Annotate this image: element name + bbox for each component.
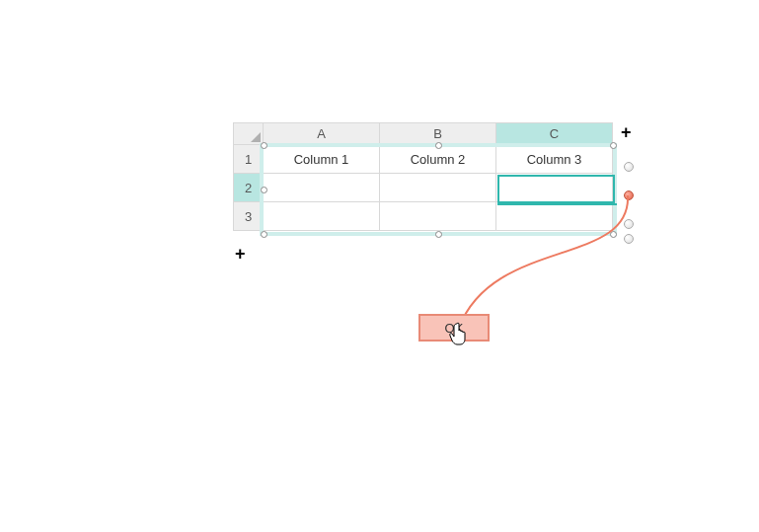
spreadsheet-grid: A B C 1 Column 1 Column 2 Column 3 2 3 xyxy=(233,122,613,231)
row-knob[interactable] xyxy=(624,234,634,244)
ok-button-label: OK xyxy=(445,321,464,336)
cell-b1[interactable]: Column 2 xyxy=(380,145,496,174)
row-knob[interactable] xyxy=(624,162,634,172)
cell-a1[interactable]: Column 1 xyxy=(264,145,380,174)
column-header-a[interactable]: A xyxy=(264,123,380,145)
row-knob[interactable] xyxy=(624,219,634,229)
selection-handle[interactable] xyxy=(610,231,617,238)
plus-icon[interactable]: + xyxy=(621,122,632,143)
row-header-1[interactable]: 1 xyxy=(234,145,264,174)
ok-button[interactable]: OK xyxy=(418,314,490,342)
cell-a2[interactable] xyxy=(264,174,380,202)
column-header-b[interactable]: B xyxy=(380,123,496,145)
cell-b3[interactable] xyxy=(380,202,496,231)
plus-icon[interactable]: + xyxy=(235,244,246,265)
row-knob-active[interactable] xyxy=(624,190,634,200)
row-header-3[interactable]: 3 xyxy=(234,202,264,231)
cell-a3[interactable] xyxy=(264,202,380,231)
row-header-2[interactable]: 2 xyxy=(234,174,264,202)
cell-c1[interactable]: Column 3 xyxy=(496,145,613,174)
connector-curve xyxy=(0,0,759,532)
cell-c2[interactable] xyxy=(496,174,613,202)
column-header-c[interactable]: C xyxy=(496,123,613,145)
selection-handle[interactable] xyxy=(261,231,267,238)
selection-handle[interactable] xyxy=(435,231,442,238)
cell-c3[interactable] xyxy=(496,202,613,231)
cell-b2[interactable] xyxy=(380,174,496,202)
select-all-corner[interactable] xyxy=(234,123,264,145)
